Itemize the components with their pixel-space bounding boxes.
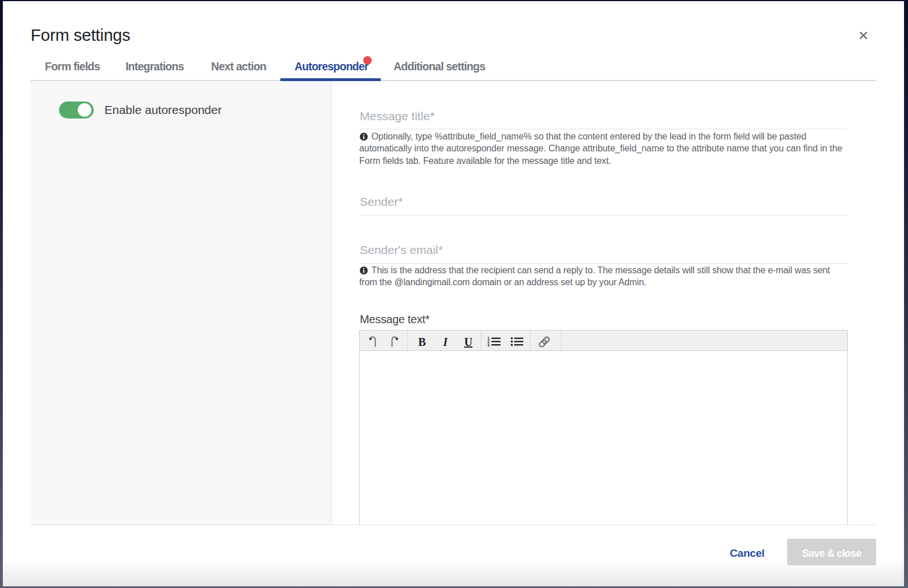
svg-text:3: 3: [487, 343, 490, 346]
